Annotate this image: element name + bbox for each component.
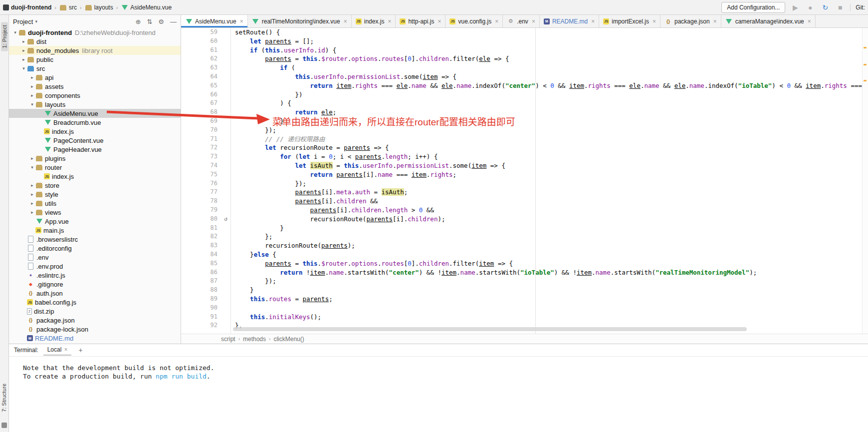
chevron-right-icon[interactable]: ▸	[29, 93, 35, 98]
terminal-output[interactable]: Note that the development build is not o…	[9, 357, 868, 381]
code-line[interactable]: if (this.userInfo.id) {	[231, 46, 868, 55]
tree-item-pagecontent-vue[interactable]: PageContent.vue	[9, 136, 181, 145]
close-icon[interactable]: ×	[532, 18, 535, 25]
close-icon[interactable]: ×	[388, 18, 391, 25]
tree-item-babel-config-js[interactable]: JSbabel.config.js	[9, 298, 181, 307]
close-icon[interactable]: ×	[713, 18, 717, 25]
tab-realtimemonitoring-index-vue[interactable]: realTimeMonitoring\index.vue×	[248, 15, 352, 27]
breadcrumb-item[interactable]: layouts	[85, 4, 113, 11]
editor-breadcrumb-item[interactable]: methods	[243, 336, 266, 343]
tree-item--browserslistrc[interactable]: .browserslistrc	[9, 235, 181, 244]
code-line[interactable]: recursionRoute(parents);	[231, 241, 868, 250]
chevron-down-icon[interactable]: ▾	[35, 19, 37, 24]
close-icon[interactable]: ×	[64, 346, 67, 353]
chevron-right-icon[interactable]: ▸	[29, 75, 35, 80]
tree-item--eslintrc-js[interactable]: ●.eslintrc.js	[9, 271, 181, 280]
tree-item--env-prod[interactable]: .env.prod	[9, 262, 181, 271]
editor-breadcrumb-item[interactable]: clickMenu()	[273, 336, 304, 343]
tree-item-layouts[interactable]: ▾layouts	[9, 100, 181, 109]
code-line[interactable]: return item.rights === ele.name && ele.n…	[231, 81, 868, 90]
horizontal-scrollbar[interactable]	[233, 327, 747, 331]
tab-readme-md[interactable]: MREADME.md×	[540, 15, 599, 27]
code-line[interactable]: }	[231, 224, 868, 233]
tree-item-dist-zip[interactable]: zdist.zip	[9, 307, 181, 316]
tree-item-package-lock-json[interactable]: {}package-lock.json	[9, 325, 181, 334]
code-line[interactable]: parents = this.$router.options.routes[0]…	[231, 259, 868, 268]
new-terminal-button[interactable]: +	[76, 346, 84, 354]
code-line[interactable]: let parents = [];	[231, 37, 868, 46]
debug-icon[interactable]: ●	[805, 3, 815, 11]
tree-item-asidemenu-vue[interactable]: AsideMenu.vue	[9, 109, 181, 118]
chevron-right-icon[interactable]: ▸	[29, 210, 35, 215]
chevron-right-icon[interactable]: ▸	[29, 183, 35, 188]
code-line[interactable]: });	[231, 126, 868, 135]
tree-item-public[interactable]: ▸public	[9, 55, 181, 64]
close-icon[interactable]: ×	[591, 18, 595, 25]
chevron-right-icon[interactable]: ▸	[20, 48, 27, 53]
code-line[interactable]: ) {	[231, 99, 868, 108]
code-line[interactable]: this.routes = parents;	[231, 295, 868, 304]
tree-item-index-js[interactable]: JSindex.js	[9, 172, 181, 181]
chevron-right-icon[interactable]: ▸	[29, 84, 35, 89]
locate-icon[interactable]: ⊕	[136, 18, 141, 25]
code-line[interactable]: return parents[i].name === item.rights;	[231, 170, 868, 179]
close-icon[interactable]: ×	[652, 18, 656, 25]
run-icon[interactable]: ▶	[790, 3, 800, 11]
code-line[interactable]: parents[i].meta.auth = isAuth;	[231, 188, 868, 197]
tool-window-icon[interactable]	[1, 423, 7, 428]
chevron-down-icon[interactable]: ▾	[20, 66, 27, 71]
tree-item-style[interactable]: ▸style	[9, 190, 181, 199]
code-lines[interactable]: setRoute() { let parents = []; if (this.…	[231, 28, 868, 334]
project-panel-title[interactable]: Project	[13, 18, 33, 25]
terminal-tab-local[interactable]: Local ×	[43, 345, 72, 356]
gear-icon[interactable]: ⚙	[158, 18, 164, 25]
code-line[interactable]: return ele;	[231, 108, 868, 117]
code-editor[interactable]: 5960616263646566676869707172737475767778…	[181, 28, 868, 334]
breadcrumb-item[interactable]: AsideMenu.vue	[121, 4, 172, 11]
tab-vue-config-js[interactable]: JSvue.config.js×	[445, 15, 503, 27]
tab-asidemenu-vue[interactable]: AsideMenu.vue×	[181, 15, 248, 27]
code-line[interactable]: // // 递归权限路由	[231, 135, 868, 144]
breadcrumb-item[interactable]: src	[59, 4, 77, 11]
add-configuration-button[interactable]: Add Configuration...	[721, 2, 785, 13]
tree-item-components[interactable]: ▸components	[9, 91, 181, 100]
tab-package-json[interactable]: {}package.json×	[660, 15, 721, 27]
tree-item-main-js[interactable]: JSmain.js	[9, 226, 181, 235]
code-line[interactable]: recursionRoute(parents[i].children);	[231, 215, 868, 224]
tree-item-readme-md[interactable]: MREADME.md	[9, 334, 181, 343]
code-line[interactable]: let isAuth = this.userInfo.permissionLis…	[231, 161, 868, 170]
tree-item--env[interactable]: .env	[9, 253, 181, 262]
close-icon[interactable]: ×	[344, 18, 347, 25]
code-line[interactable]: }	[231, 117, 868, 126]
code-line[interactable]: }	[231, 286, 868, 295]
chevron-right-icon[interactable]: ▸	[29, 156, 35, 161]
warning-mark[interactable]	[864, 47, 867, 48]
chevron-down-icon[interactable]: ▾	[29, 165, 35, 170]
chevron-right-icon[interactable]: ▸	[29, 201, 35, 206]
warning-mark[interactable]	[864, 80, 867, 81]
tab--env[interactable]: ⚙.env×	[503, 15, 540, 27]
git-label[interactable]: Git:	[850, 4, 865, 11]
tree-item-plugins[interactable]: ▸plugins	[9, 154, 181, 163]
code-line[interactable]: if (	[231, 63, 868, 72]
expand-collapse-icon[interactable]: ⇅	[147, 18, 152, 25]
chevron-right-icon[interactable]: ▸	[20, 39, 27, 44]
tree-item-dist[interactable]: ▸dist	[9, 37, 181, 46]
tree-item-index-js[interactable]: JSindex.js	[9, 127, 181, 136]
tree-item-package-json[interactable]: {}package.json	[9, 316, 181, 325]
code-line[interactable]: }else {	[231, 250, 868, 259]
close-icon[interactable]: ×	[808, 18, 811, 25]
code-line[interactable]: });	[231, 277, 868, 286]
code-line[interactable]: };	[231, 232, 868, 241]
tree-item-views[interactable]: ▸views	[9, 208, 181, 217]
code-line[interactable]: this.initialKeys();	[231, 313, 868, 322]
code-line[interactable]: parents = this.$router.options.routes[0]…	[231, 54, 868, 63]
close-icon[interactable]: ×	[437, 18, 441, 25]
tab-cameramanage-index-vue[interactable]: cameraManage\index.vue×	[721, 15, 816, 27]
tab-index-js[interactable]: JSindex.js×	[352, 15, 396, 27]
tree-item-utils[interactable]: ▸utils	[9, 199, 181, 208]
code-line[interactable]: this.userInfo.permissionList.some(item =…	[231, 72, 868, 81]
close-icon[interactable]: ×	[240, 18, 243, 25]
project-tool-button[interactable]: 1: Project	[1, 22, 8, 51]
hide-panel-icon[interactable]: —	[170, 18, 177, 25]
